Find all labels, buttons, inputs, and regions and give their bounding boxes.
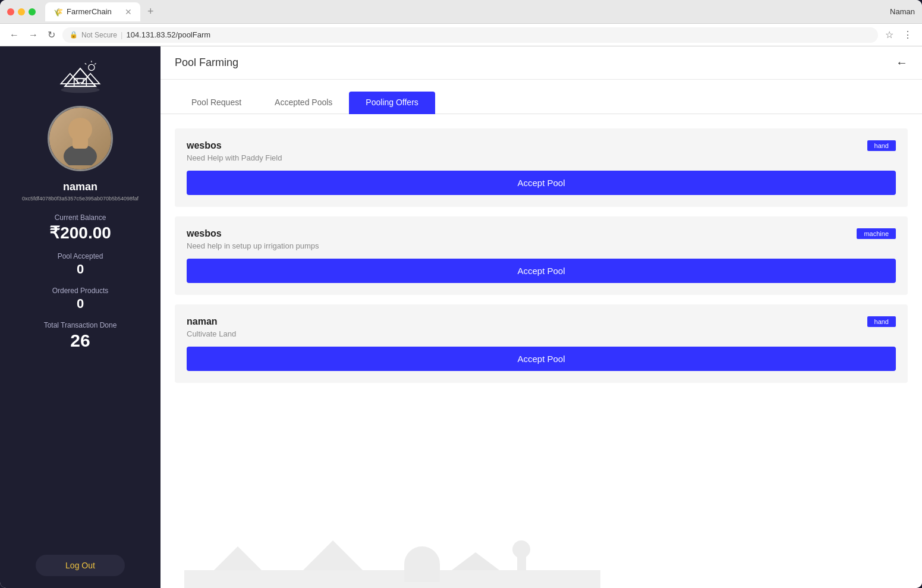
tab-close-button[interactable]: ✕ xyxy=(125,7,132,17)
total-transactions-label: Total Transaction Done xyxy=(44,321,117,329)
accept-pool-button-3[interactable]: Accept Pool xyxy=(187,347,896,371)
main-content: Pool Farming ← Pool Request Accepted Poo… xyxy=(161,46,922,588)
maximize-traffic-light[interactable] xyxy=(29,8,36,15)
ordered-products-label: Ordered Products xyxy=(52,287,109,295)
pool-tag-3: hand xyxy=(867,316,896,327)
logout-button[interactable]: Log Out xyxy=(36,555,125,576)
page-header: Pool Farming ← xyxy=(161,46,922,80)
pool-card-header: naman Cultivate Land hand xyxy=(187,316,896,338)
tab-accepted-pools[interactable]: Accepted Pools xyxy=(258,92,349,114)
balance-label: Current Balance xyxy=(55,213,106,222)
pool-card: wesbos Need Help with Paddy Field hand A… xyxy=(175,128,908,207)
pool-owner-3: naman xyxy=(187,316,236,327)
svg-point-23 xyxy=(512,540,530,558)
browser-tab[interactable]: 🌾 FarmerChain ✕ xyxy=(45,2,140,21)
accept-pool-button-1[interactable]: Accept Pool xyxy=(187,171,896,195)
svg-point-0 xyxy=(61,87,99,93)
pool-description-3: Cultivate Land xyxy=(187,329,236,338)
traffic-lights xyxy=(7,8,36,15)
page-title: Pool Farming xyxy=(175,56,238,69)
lock-icon: 🔒 xyxy=(70,31,78,39)
pool-tag-1: hand xyxy=(867,140,896,151)
not-secure-label: Not Secure xyxy=(81,31,117,39)
avatar-image xyxy=(49,108,111,169)
pool-accepted-value: 0 xyxy=(77,262,84,277)
pool-description-2: Need help in setup up irrigation pumps xyxy=(187,241,319,250)
logo xyxy=(59,58,101,96)
url-text: 104.131.83.52/poolFarm xyxy=(126,30,210,39)
tab-pool-request[interactable]: Pool Request xyxy=(175,92,258,114)
tab-pooling-offers[interactable]: Pooling Offers xyxy=(349,92,435,114)
pool-tag-2: machine xyxy=(857,228,896,239)
app-area: naman 0xc5fdf4078b0f3a5357c5e395ab070b5b… xyxy=(0,46,922,588)
close-traffic-light[interactable] xyxy=(7,8,14,15)
ordered-products-value: 0 xyxy=(77,296,84,312)
profile-name: Naman xyxy=(890,7,915,16)
pool-owner-2: wesbos xyxy=(187,228,319,239)
svg-rect-14 xyxy=(184,570,600,588)
pools-container: wesbos Need Help with Paddy Field hand A… xyxy=(161,114,922,397)
forward-nav-button[interactable]: → xyxy=(26,27,40,43)
pool-card: wesbos Need help in setup up irrigation … xyxy=(175,216,908,295)
svg-line-8 xyxy=(95,64,96,65)
pool-card: naman Cultivate Land hand Accept Pool xyxy=(175,304,908,383)
user-hash: 0xc5fdf4078b0f3a5357c5e395ab070b5b54098f… xyxy=(16,196,144,202)
sidebar: naman 0xc5fdf4078b0f3a5357c5e395ab070b5b… xyxy=(0,46,161,588)
pool-card-header: wesbos Need help in setup up irrigation … xyxy=(187,228,896,250)
farm-logo-icon xyxy=(59,58,101,94)
back-button[interactable]: ← xyxy=(896,56,908,70)
browser-menu-button[interactable]: ⋮ xyxy=(901,27,915,43)
svg-rect-20 xyxy=(404,564,440,582)
pool-description-1: Need Help with Paddy Field xyxy=(187,153,282,162)
user-name: naman xyxy=(63,181,97,193)
svg-marker-21 xyxy=(452,552,499,570)
total-transactions-value: 26 xyxy=(70,331,90,351)
pool-owner-1: wesbos xyxy=(187,140,282,151)
avatar xyxy=(48,106,113,171)
reload-button[interactable]: ↻ xyxy=(45,27,58,43)
accept-pool-button-2[interactable]: Accept Pool xyxy=(187,259,896,283)
balance-value: ₹200.00 xyxy=(49,223,111,243)
pool-card-header: wesbos Need Help with Paddy Field hand xyxy=(187,140,896,162)
footer-illustration xyxy=(161,540,922,588)
address-bar-container: ← → ↻ 🔒 Not Secure | 104.131.83.52/poolF… xyxy=(0,24,922,46)
svg-rect-18 xyxy=(315,558,351,570)
svg-rect-13 xyxy=(73,137,88,149)
svg-point-6 xyxy=(89,64,95,70)
tab-title: FarmerChain xyxy=(67,7,112,16)
favicon-icon: 🌾 xyxy=(54,8,62,16)
svg-line-9 xyxy=(85,64,87,65)
tabs-container: Pool Request Accepted Pools Pooling Offe… xyxy=(161,80,922,114)
bookmark-button[interactable]: ☆ xyxy=(883,27,896,43)
pool-accepted-label: Pool Accepted xyxy=(58,252,103,260)
tab-bar: 🌾 FarmerChain ✕ + xyxy=(45,2,885,21)
url-bar[interactable]: 🔒 Not Secure | 104.131.83.52/poolFarm xyxy=(62,27,878,43)
svg-rect-16 xyxy=(226,561,250,570)
new-tab-button[interactable]: + xyxy=(143,3,159,20)
back-nav-button[interactable]: ← xyxy=(7,27,21,43)
minimize-traffic-light[interactable] xyxy=(18,8,25,15)
